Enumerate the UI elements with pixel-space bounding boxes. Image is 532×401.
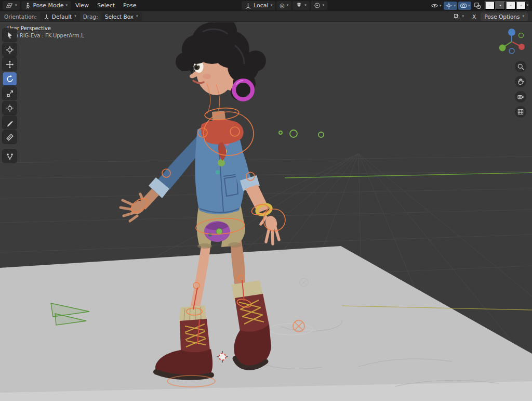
- tool-annotate[interactable]: [3, 116, 17, 129]
- visibility-eye-icon: [431, 2, 438, 9]
- chevron-down-icon: ▾: [74, 15, 76, 18]
- blender-window: ▾ Pose Mode ▾ View Select Pose Local ▾ ◎…: [0, 0, 532, 401]
- menu-pose[interactable]: Pose: [119, 1, 140, 10]
- chevron-down-icon: ▾: [468, 4, 470, 7]
- shading-rendered-button[interactable]: [516, 1, 526, 10]
- xray-toggle[interactable]: [472, 2, 483, 10]
- measure-icon: [6, 133, 14, 141]
- chevron-down-icon: ▾: [136, 15, 138, 18]
- overlays-icon: [460, 2, 467, 9]
- tool-rotate[interactable]: [3, 72, 17, 85]
- pivot-point-selector[interactable]: ◎ ▾: [276, 1, 291, 10]
- camera-icon: [517, 93, 524, 100]
- jacket-badge-green: [218, 159, 225, 166]
- magnet-icon: [296, 2, 302, 9]
- zoom-icon: [517, 63, 524, 70]
- axis-gizmo-icon: [497, 27, 527, 57]
- viewport-canvas[interactable]: [0, 22, 532, 401]
- rotate-icon: [6, 75, 14, 83]
- gizmo-icon: [445, 2, 453, 9]
- orientation-value: Local: [254, 2, 269, 9]
- proportional-editing-icon: [314, 2, 321, 9]
- chevron-down-icon: ▾: [526, 4, 528, 7]
- blush: [203, 74, 211, 79]
- tool-move[interactable]: [3, 58, 17, 71]
- tweak-select-icon: [6, 31, 14, 40]
- drag-label: Drag:: [83, 14, 98, 20]
- snap-overlap-select[interactable]: ▾: [450, 12, 468, 21]
- ik-target-control-2: [318, 132, 324, 137]
- grid-ortho-icon: [517, 108, 524, 115]
- shading-material-button[interactable]: [506, 1, 516, 10]
- transform-orientation-selector[interactable]: Local ▾: [242, 1, 275, 10]
- tool-cursor[interactable]: [3, 43, 17, 56]
- jacket-badge-teal: [216, 170, 220, 174]
- tool-scale[interactable]: [3, 87, 17, 100]
- mode-label: Pose Mode: [33, 2, 64, 9]
- tool-measure[interactable]: [3, 131, 17, 144]
- chevron-down-icon: ▾: [522, 15, 524, 18]
- chevron-down-icon: ▾: [15, 4, 17, 7]
- overlap-squares-icon: [454, 14, 460, 20]
- pose-options-dropdown[interactable]: Pose Options ▾: [481, 12, 528, 21]
- pivot-point-icon: ◎: [280, 2, 285, 9]
- scale-icon: [6, 89, 14, 98]
- rendered-shading-icon: [520, 2, 522, 9]
- tool-orientation-value: Default: [52, 14, 72, 20]
- chevron-down-icon: ▾: [440, 4, 442, 7]
- chevron-down-icon: ▾: [65, 4, 68, 7]
- header-bar: ▾ Pose Mode ▾ View Select Pose Local ▾ ◎…: [0, 0, 532, 11]
- pose-options-label: Pose Options: [484, 14, 520, 20]
- pose-mode-icon: [24, 2, 31, 9]
- cursor-icon: [6, 46, 14, 54]
- tool-tweak-select[interactable]: [3, 29, 17, 42]
- drag-mode-value: Select Box: [105, 14, 134, 20]
- chevron-down-icon: ▾: [454, 4, 456, 7]
- x-mirror-toggle[interactable]: X: [471, 14, 477, 20]
- ik-target-control-3: [279, 131, 282, 134]
- snapping-selector[interactable]: ▾: [292, 1, 310, 10]
- proportional-editing-selector[interactable]: ▾: [311, 1, 328, 10]
- toggle-projection-button[interactable]: [515, 106, 526, 118]
- orientation-axes-icon: [245, 2, 251, 9]
- hand-icon: [517, 78, 524, 85]
- camera-view-button[interactable]: [515, 91, 526, 102]
- editor-type-icon: [6, 2, 13, 9]
- orientation-label: Orientation:: [4, 14, 37, 20]
- solid-shading-icon: [499, 2, 501, 9]
- tool-pose-breakdowner[interactable]: [3, 150, 17, 163]
- menu-view[interactable]: View: [72, 1, 92, 10]
- viewport-3d[interactable]: User Perspective (21) RIG-Eva : FK-Upper…: [0, 22, 532, 401]
- wireframe-shading-icon: [489, 2, 491, 9]
- pan-hand-button[interactable]: [515, 76, 526, 87]
- object-visibility-toggle[interactable]: ▾: [429, 2, 443, 10]
- pose-breakdowner-icon: [6, 152, 14, 161]
- show-overlays-toggle[interactable]: ▾: [458, 2, 472, 10]
- shading-mode-group: ▾: [484, 1, 529, 10]
- chevron-down-icon: ▾: [304, 4, 307, 7]
- navigation-gizmo[interactable]: [497, 27, 527, 59]
- tool-orientation-select[interactable]: Default ▾: [40, 12, 80, 21]
- ik-target-control-1: [290, 130, 297, 137]
- transform-icon: [6, 104, 14, 112]
- drag-mode-select[interactable]: Select Box ▾: [101, 12, 142, 21]
- material-shading-icon: [510, 2, 512, 9]
- toolbar: [3, 29, 17, 163]
- shading-solid-button[interactable]: [495, 1, 506, 10]
- viewport-side-controls: [515, 61, 526, 118]
- chevron-down-icon: ▾: [287, 4, 289, 7]
- annotate-icon: [6, 119, 14, 127]
- chevron-down-icon: ▾: [271, 4, 273, 7]
- tool-settings-bar: Orientation: Default ▾ Drag: Select Box …: [0, 11, 532, 22]
- axis-y-line: [285, 173, 532, 178]
- shading-wireframe-button[interactable]: [485, 1, 495, 10]
- mode-selector[interactable]: Pose Mode ▾: [21, 1, 71, 10]
- menu-select[interactable]: Select: [94, 1, 118, 10]
- tool-transform[interactable]: [3, 101, 17, 114]
- zoom-button[interactable]: [515, 61, 526, 72]
- xray-icon: [474, 2, 481, 9]
- move-icon: [6, 60, 14, 69]
- chevron-down-icon: ▾: [462, 15, 464, 18]
- editor-type-selector[interactable]: ▾: [3, 1, 20, 10]
- show-gizmo-toggle[interactable]: ▾: [444, 2, 457, 10]
